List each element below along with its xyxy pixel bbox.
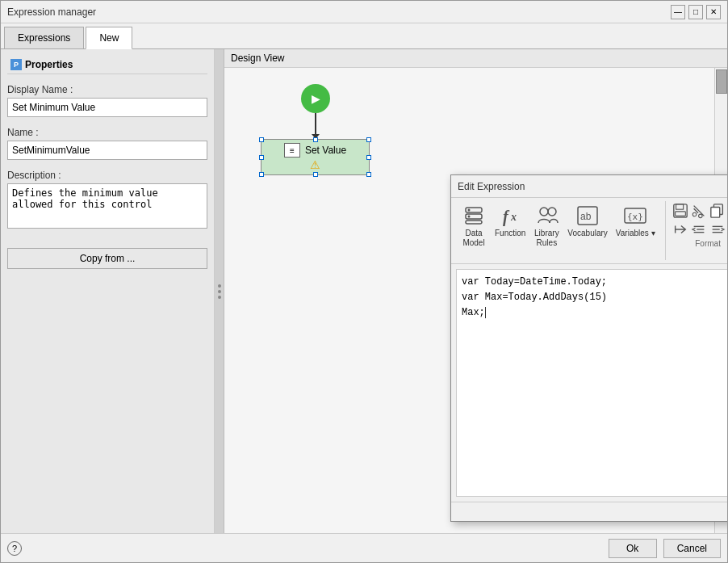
svg-text:{x}: {x} [627,212,643,222]
window-title: Expression manager [7,6,96,18]
code-line-2: var Max=Today.AddDays(15) [462,290,727,305]
library-rules-label: LibraryRules [534,229,559,248]
properties-label: Properties [25,59,73,70]
svg-point-8 [548,208,556,216]
function-icon: f x [497,203,523,229]
expression-toolbar: DataModel f x Function [451,198,727,264]
tab-new[interactable]: New [86,27,132,49]
svg-point-7 [540,208,548,216]
description-group: Description : Defines the minimum value … [7,170,207,229]
svg-point-3 [468,209,471,212]
cancel-button[interactable]: Cancel [663,539,721,558]
description-label: Description : [7,170,207,181]
include-group: DataModel f x Function [458,201,666,260]
vocabulary-button[interactable]: ab Vocabulary [564,201,610,240]
bottom-right: Ok Cancel [609,539,721,558]
ok-button[interactable]: Ok [609,539,657,558]
function-button[interactable]: f x Function [492,201,529,240]
variables-icon: {x} [622,203,648,229]
svg-text:x: x [510,211,517,223]
main-bottom-bar: ? Ok Cancel [1,533,727,562]
data-model-button[interactable]: DataModel [458,201,490,250]
svg-rect-14 [676,204,683,209]
format-row-1 [672,203,727,219]
tabs-bar: Expressions New [1,23,727,49]
right-panel: Design View ▶ [224,49,727,533]
title-bar: Expression manager — □ ✕ [1,1,727,23]
vocabulary-label: Vocabulary [567,229,607,238]
wrap-button[interactable] [672,221,688,237]
restore-button[interactable]: □ [688,5,703,19]
display-name-label: Display Name : [7,84,207,95]
svg-point-19 [698,214,702,218]
properties-icon: P [10,59,22,70]
help-icon-label: ? [12,544,17,553]
data-model-icon [461,203,487,229]
collapse-dot-1 [218,284,221,288]
library-rules-button[interactable]: LibraryRules [530,201,563,250]
cut-button[interactable] [691,203,707,219]
function-label: Function [495,229,525,238]
svg-text:f: f [503,208,510,226]
variables-label: Variables ▾ [616,229,655,238]
description-textarea[interactable]: Defines the minimum value allowed for th… [7,183,207,229]
code-line-3: Max; [462,305,727,321]
name-input[interactable] [7,141,207,160]
help-button[interactable]: ? [7,541,22,556]
dialog-title-bar: Edit Expression — □ ✕ [451,175,727,198]
dialog-overlay: Edit Expression — □ ✕ [224,49,727,533]
tab-expressions[interactable]: Expressions [4,27,84,48]
display-name-group: Display Name : [7,84,207,117]
svg-text:ab: ab [580,211,592,222]
svg-rect-15 [675,212,685,216]
indent-right-button[interactable] [709,221,726,237]
code-line-1: var Today=DateTime.Today; [462,275,727,290]
svg-rect-21 [710,207,719,217]
library-rules-icon [533,203,559,229]
minimize-button[interactable]: — [671,5,685,19]
edit-expression-dialog: Edit Expression — □ ✕ [450,174,727,522]
format-group: Format [666,201,727,260]
format-group-label: Format [695,239,721,248]
properties-header: P Properties [7,56,207,74]
copy-from-button[interactable]: Copy from ... [7,248,207,269]
name-group: Name : [7,127,207,160]
variables-button[interactable]: {x} Variables ▾ [613,201,659,240]
format-row-2 [672,221,727,237]
left-collapse-handle[interactable] [215,49,224,533]
collapse-dot-3 [218,296,221,299]
bottom-left: ? [7,541,22,556]
dialog-bottom-bar [451,502,727,521]
code-editor[interactable]: var Today=DateTime.Today; var Max=Today.… [456,269,727,497]
close-button[interactable]: ✕ [706,5,721,19]
display-name-input[interactable] [7,98,207,117]
data-model-label: DataModel [462,229,484,248]
svg-rect-2 [466,221,482,224]
main-content: P Properties Display Name : Name : Descr… [1,49,727,533]
name-label: Name : [7,127,207,138]
dialog-title: Edit Expression [458,181,525,192]
indent-left-button[interactable] [691,221,707,237]
save-button[interactable] [672,203,688,219]
vocabulary-icon: ab [575,203,600,229]
svg-point-18 [692,212,697,216]
title-bar-controls: — □ ✕ [671,5,721,19]
left-panel: P Properties Display Name : Name : Descr… [1,49,215,533]
copy-button[interactable] [709,203,726,219]
collapse-dot-2 [218,290,221,293]
svg-point-4 [468,216,471,218]
main-window: Expression manager — □ ✕ Expressions New… [0,0,728,563]
